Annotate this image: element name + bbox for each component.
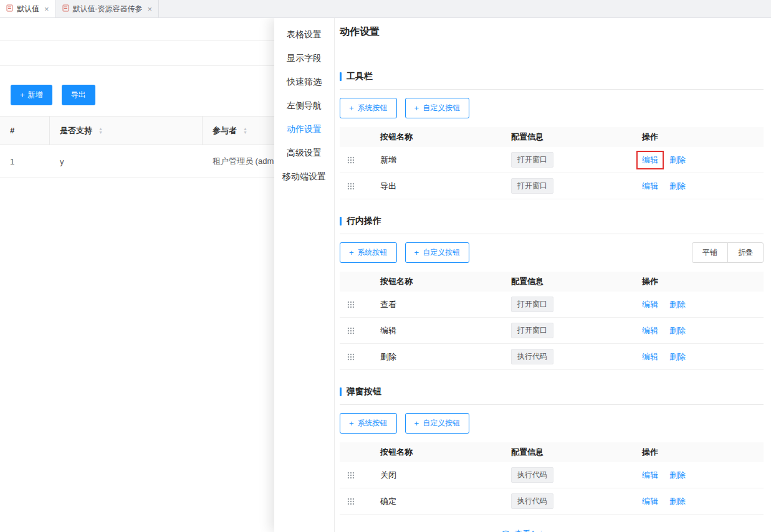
plus-icon: + [349,249,354,257]
add-custom-button[interactable]: + 自定义按钮 [405,98,470,118]
custom-button-label: 自定义按钮 [423,103,460,113]
drag-handle-icon[interactable] [340,353,380,361]
divider [340,234,764,234]
divider [340,404,764,405]
section-title: 弹窗按钮 [347,386,381,397]
delete-link[interactable]: 删除 [669,351,686,363]
add-system-button[interactable]: + 系统按钮 [340,242,397,263]
actions-cell: 编辑 删除 [642,351,764,363]
config-cell: 执行代码 [511,493,642,509]
document-icon [62,4,69,14]
delete-link[interactable]: 删除 [669,325,686,336]
cell-support: y [50,157,203,166]
drag-handle-icon[interactable] [340,472,380,479]
system-button-label: 系统按钮 [358,103,388,113]
column-header-actions: 操作 [642,447,764,458]
drag-handle-icon[interactable] [340,301,380,308]
add-system-button[interactable]: + 系统按钮 [340,413,397,434]
config-tag: 执行代码 [511,493,553,509]
add-button[interactable]: + 新增 [11,85,52,105]
nav-item-action-settings[interactable]: 动作设置 [274,118,334,141]
section-dialog-buttons: 弹窗按钮 + 系统按钮 + 自定义按钮 按钮名称 [340,386,764,515]
config-cell: 执行代码 [511,349,642,364]
actions-cell: 编辑 删除 [642,181,764,192]
config-cell: 打开窗口 [511,152,642,168]
section-title: 工具栏 [347,71,373,82]
button-name: 导出 [380,181,511,192]
tab-default-value[interactable]: 默认值 × [0,0,56,17]
config-cell: 打开窗口 [511,323,642,338]
system-button-label: 系统按钮 [358,247,388,258]
system-button-label: 系统按钮 [358,418,388,429]
tab-default-value-resource-params[interactable]: 默认值-资源容器传参 × [56,0,160,17]
add-custom-button[interactable]: + 自定义按钮 [405,413,470,434]
edit-link[interactable]: 编辑 [642,470,658,481]
edit-link[interactable]: 编辑 [642,496,658,507]
config-table: 按钮名称 配置信息 操作 查看 打开窗口 编辑 删除 [340,272,764,370]
delete-link[interactable]: 删除 [669,154,686,166]
column-header-config-info: 配置信息 [511,131,642,143]
table-row: 删除 执行代码 编辑 删除 [340,344,764,370]
button-name: 删除 [380,351,511,363]
export-button-label: 导出 [71,90,86,100]
drag-handle-icon[interactable] [340,183,380,190]
column-header-support[interactable]: 是否支持 ▲ ▼ [50,116,203,145]
section-accent-bar [340,387,342,396]
drawer-nav: 表格设置 显示字段 快速筛选 左侧导航 动作设置 高级设置 移动端设置 [274,18,335,532]
sort-descending-icon[interactable]: ▼ [98,131,103,135]
section-toolbar: 工具栏 + 系统按钮 + 自定义按钮 按钮名称 [340,71,764,199]
section-header: 工具栏 [340,71,764,82]
table-row: 新增 打开窗口 编辑 删除 [340,147,764,173]
column-header-label: # [10,126,14,135]
app-window: 默认值 × 默认值-资源容器传参 × + 新增 导出 # [0,0,771,532]
sort-icons[interactable]: ▲ ▼ [98,127,103,135]
drag-handle-icon[interactable] [340,156,380,164]
sort-icons[interactable]: ▲ ▼ [243,127,247,135]
nav-item-quick-filter[interactable]: 快速筛选 [274,70,334,94]
drawer-title: 动作设置 [340,22,764,39]
document-icon [6,4,13,14]
nav-item-display-fields[interactable]: 显示字段 [274,47,334,70]
drag-handle-icon[interactable] [340,327,380,335]
edit-link[interactable]: 编辑 [642,154,658,166]
delete-link[interactable]: 删除 [669,496,686,507]
column-header-button-name: 按钮名称 [380,447,511,458]
plus-icon: + [414,419,419,427]
tile-toggle-button[interactable]: 平铺 [692,242,728,263]
plus-icon: + [349,419,354,427]
nav-item-advanced-settings[interactable]: 高级设置 [274,141,334,165]
edit-link[interactable]: 编辑 [642,299,658,310]
actions-cell: 编辑 删除 [642,496,764,507]
view-api-link[interactable]: 查看Api [514,528,542,532]
export-button[interactable]: 导出 [62,85,95,105]
custom-button-label: 自定义按钮 [423,418,460,429]
sort-descending-icon[interactable]: ▼ [243,131,247,135]
edit-link[interactable]: 编辑 [642,351,658,363]
nav-item-mobile-settings[interactable]: 移动端设置 [274,165,334,189]
delete-link[interactable]: 删除 [669,181,686,192]
config-table-header: 按钮名称 配置信息 操作 [340,127,764,147]
column-header-config-info: 配置信息 [511,447,642,458]
add-button-label: 新增 [28,90,43,100]
delete-link[interactable]: 删除 [669,470,686,481]
button-name: 编辑 [380,325,511,336]
edit-link[interactable]: 编辑 [642,325,658,336]
drag-handle-icon[interactable] [340,498,380,505]
nav-item-left-navigation[interactable]: 左侧导航 [274,94,334,118]
delete-link[interactable]: 删除 [669,299,686,310]
nav-item-table-settings[interactable]: 表格设置 [274,23,334,47]
table-row: 关闭 执行代码 编辑 删除 [340,462,764,488]
table-row: 确定 执行代码 编辑 删除 [340,488,764,515]
section-title: 行内操作 [347,216,381,227]
add-custom-button[interactable]: + 自定义按钮 [405,242,470,263]
collapse-toggle-button[interactable]: 折叠 [727,242,764,263]
tab-label: 默认值 [17,4,39,14]
add-system-button[interactable]: + 系统按钮 [340,98,397,118]
annotation-box: 编辑 [636,151,664,169]
layout-toggle-group: 平铺 折叠 [692,242,764,263]
tab-bar: 默认值 × 默认值-资源容器传参 × [0,0,771,18]
close-icon[interactable]: × [44,5,49,13]
config-cell: 打开窗口 [511,297,642,312]
edit-link[interactable]: 编辑 [642,181,658,192]
close-icon[interactable]: × [148,5,153,13]
